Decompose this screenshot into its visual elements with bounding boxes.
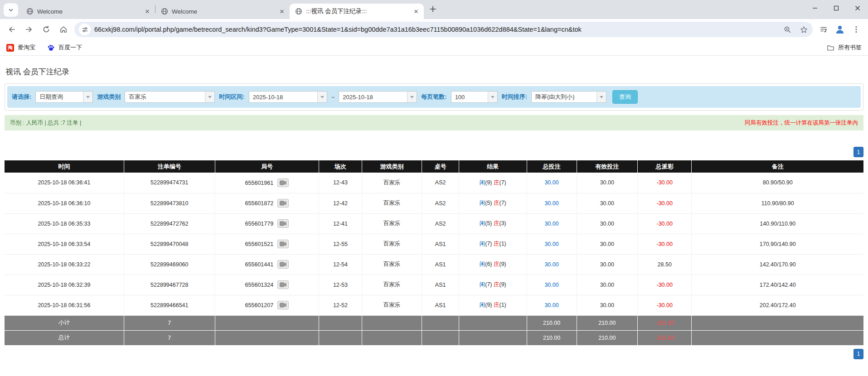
video-replay-button[interactable] (277, 178, 289, 187)
total-bet-link[interactable]: 30.00 (544, 221, 558, 227)
valid-bet-notice-text: 同局有效投注，统一计算在该局第一张注单内 (745, 119, 858, 127)
date-from-value: 2025-10-18 (249, 92, 317, 102)
bookmark-label: 爱淘宝 (18, 43, 35, 52)
cell-bet-id: 522899474731 (124, 173, 215, 193)
video-replay-button[interactable] (277, 301, 289, 309)
reload-button[interactable] (38, 21, 54, 38)
back-button[interactable] (4, 21, 20, 38)
page-size-label: 每页笔数: (421, 93, 446, 101)
tab-close-button[interactable]: ✕ (278, 7, 286, 15)
magnifier-icon (784, 26, 791, 34)
tab-welcome-2[interactable]: Welcome ✕ (155, 4, 290, 19)
video-replay-button[interactable] (277, 199, 289, 207)
cell-result: 闲(5) 庄(3) (459, 213, 527, 234)
window-minimize-button[interactable] (804, 0, 825, 16)
cell-result: 闲(7) 庄(1) (459, 234, 527, 254)
game-type-select[interactable]: 百家乐 (125, 91, 215, 103)
cell-round: 655601872 (215, 193, 319, 213)
cell-time: 2025-10-18 06:33:22 (5, 254, 124, 275)
page-1-button[interactable]: 1 (853, 147, 863, 157)
bookmark-baidu[interactable]: 百度一下 (47, 43, 82, 52)
video-replay-button[interactable] (277, 280, 289, 289)
tab-welcome-1[interactable]: Welcome ✕ (21, 4, 155, 19)
date-to-select[interactable]: 2025-10-18 (339, 91, 417, 103)
page-size-select[interactable]: 100 (451, 91, 498, 103)
cell-table-no: AS1 (422, 254, 459, 275)
home-button[interactable] (55, 21, 72, 38)
result-player-points: (7) (485, 281, 494, 288)
cell-time: 2025-10-18 06:36:41 (5, 173, 124, 193)
profile-avatar-button[interactable] (833, 22, 847, 37)
result-banker-points: (1) (499, 241, 506, 247)
round-number: 655601521 (245, 241, 274, 247)
column-header: 游戏类别 (362, 160, 422, 173)
cell-round: 655601324 (215, 275, 319, 295)
tab-bet-record-active[interactable]: :::视讯 会员下注纪录::: ✕ (290, 4, 424, 19)
browser-menu-button[interactable] (848, 21, 864, 38)
round-number: 655601872 (245, 200, 274, 207)
cell-session: 12-55 (319, 234, 362, 254)
globe-icon (26, 8, 34, 15)
cell-round: 655601207 (215, 295, 319, 315)
all-bookmarks-button[interactable]: 所有书签 (827, 43, 862, 52)
maximize-icon (834, 5, 839, 11)
tab-search-button[interactable] (4, 3, 18, 17)
bookmark-star-button[interactable] (797, 23, 810, 36)
cell-time: 2025-10-18 06:33:54 (5, 234, 124, 254)
pagination-bottom: 1 (5, 349, 863, 359)
query-type-select[interactable]: 日期查询 (35, 91, 93, 103)
site-info-button[interactable] (79, 24, 91, 35)
cell-total-bet: 30.00 (527, 275, 577, 295)
star-icon (800, 26, 808, 34)
summary-payout: -151.50 (638, 330, 692, 345)
new-tab-button[interactable] (427, 3, 439, 15)
tab-close-button[interactable]: ✕ (143, 7, 151, 15)
cell-valid-bet: 30.00 (577, 234, 638, 254)
cell-remark: 140.90/110.90 (692, 213, 863, 234)
window-maximize-button[interactable] (825, 0, 847, 16)
column-header: 有效投注 (577, 160, 638, 173)
cell-table-no: AS2 (422, 193, 459, 213)
cell-valid-bet: 30.00 (577, 254, 638, 275)
tab-close-button[interactable]: ✕ (412, 7, 420, 15)
result-player-points: (7) (485, 241, 494, 247)
chevron-down-icon (205, 92, 214, 102)
address-bar[interactable]: 66cxkj98.com/ipl/portal.php/game/betreco… (74, 22, 813, 37)
minimize-icon (812, 5, 818, 11)
filter-bar: 请选择: 日期查询 游戏类别 百家乐 时间区间: 2025-10-18 ~ 20… (7, 86, 861, 108)
video-replay-button[interactable] (277, 219, 289, 228)
cell-total-bet: 30.00 (527, 254, 577, 275)
page-1-button[interactable]: 1 (853, 349, 863, 359)
total-bet-link[interactable]: 30.00 (544, 282, 558, 288)
time-sort-select[interactable]: 降幂(由大到小) (531, 91, 606, 103)
video-replay-button[interactable] (277, 240, 289, 248)
pagination-top: 1 (5, 147, 863, 157)
table-row: 2025-10-18 06:33:54522899470048655601521… (5, 234, 863, 254)
zoom-button[interactable] (781, 23, 794, 36)
forward-button[interactable] (21, 21, 37, 38)
total-bet-link[interactable]: 30.00 (544, 302, 558, 309)
page-size-value: 100 (451, 92, 488, 102)
total-bet-link[interactable]: 30.00 (544, 261, 558, 268)
search-button[interactable]: 查询 (612, 90, 638, 104)
bookmark-taobao[interactable]: 淘 爱淘宝 (6, 43, 35, 52)
cell-time: 2025-10-18 06:36:10 (5, 193, 124, 213)
all-bookmarks-label: 所有书签 (838, 43, 862, 52)
media-controls-button[interactable] (815, 21, 832, 38)
video-replay-button[interactable] (277, 260, 289, 269)
cell-game-type: 百家乐 (362, 254, 422, 275)
cell-session: 12-43 (319, 173, 362, 193)
cell-total-bet: 30.00 (527, 193, 577, 213)
select-type-label: 请选择: (12, 93, 31, 101)
round-number: 655601324 (245, 282, 274, 288)
total-bet-link[interactable]: 30.00 (544, 179, 558, 186)
date-from-select[interactable]: 2025-10-18 (249, 91, 327, 103)
cell-game-type: 百家乐 (362, 295, 422, 315)
total-bet-link[interactable]: 30.00 (544, 200, 558, 207)
cell-remark: 202.40/172.40 (692, 295, 863, 315)
cell-game-type: 百家乐 (362, 234, 422, 254)
summary-empty-cell (422, 330, 459, 345)
table-row: 2025-10-18 06:32:39522899467728655601324… (5, 275, 863, 295)
total-bet-link[interactable]: 30.00 (544, 241, 558, 247)
window-close-button[interactable] (847, 0, 868, 16)
